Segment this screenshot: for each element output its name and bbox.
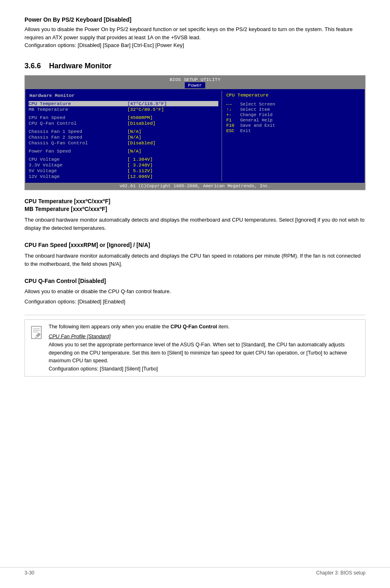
pencil-icon [30, 323, 45, 341]
top-section-title: Power On By PS/2 Keyboard [Disabled] [25, 16, 365, 23]
bios-left-panel: Hardware Monitor CPU Temperature[47°C/11… [25, 91, 222, 181]
bios-help-row: ESCExit [226, 128, 361, 133]
hw-section-title: Hardware Monitor [49, 62, 112, 70]
bios-row: CPU Fan Speed[4500RPM] [29, 115, 218, 120]
bios-screen: BIOS SETUP UTILITY Power Hardware Monito… [25, 75, 365, 190]
bios-row-label: 12V Voltage [29, 174, 127, 179]
bios-row-value: [4500RPM] [127, 115, 218, 120]
note-text-bold: CPU Q-Fan Control [170, 324, 217, 330]
bios-row-label: CPU Fan Speed [29, 115, 127, 120]
bios-help-key: ←→ [226, 102, 238, 107]
subitem-config: Configuration options: [Standard] [Silen… [49, 365, 360, 373]
section-heading: CPU Temperature [xxxºC/xxxºF]MB Temperat… [25, 197, 365, 213]
section-config: Configuration options: [Disabled] [Enabl… [25, 298, 365, 306]
bios-row-label: Chassis Fan 1 Speed [29, 129, 127, 134]
bios-section-label: Hardware Monitor [29, 92, 218, 99]
bios-row: Chassis Q-Fan Control[Disabled] [29, 140, 218, 146]
bios-help-key: ESC [226, 128, 238, 133]
bios-row: 12V Voltage[12.096V] [29, 174, 218, 179]
bios-help-row: ←→Select Screen [226, 102, 361, 107]
bios-row-value: [ 5.112V] [127, 168, 218, 173]
content-section-cpu-fan-speed: CPU Fan Speed [xxxxRPM] or [Ignored] / [… [25, 241, 365, 268]
bios-row-value: [47°C/116.5°F] [127, 101, 218, 106]
content-section-cpu-qfan: CPU Q-Fan Control [Disabled]Allows you t… [25, 277, 365, 306]
bios-row-label: Chassis Q-Fan Control [29, 140, 127, 146]
bios-help-desc: Select Item [240, 107, 270, 112]
bios-row: MB Temperature[32°C/89.5°F] [29, 107, 218, 112]
bios-body: Hardware Monitor CPU Temperature[47°C/11… [25, 89, 365, 183]
svg-marker-4 [36, 333, 40, 337]
bios-row-label: 3.3V Voltage [29, 162, 127, 168]
bios-right-panel: CPU Temperature ←→Select Screen↑↓Select … [222, 91, 365, 181]
bios-row: Chassis Fan 2 Speed[N/A] [29, 135, 218, 140]
bios-row-value: [N/A] [127, 135, 218, 140]
bios-help-desc: General Help [240, 118, 272, 123]
bios-help-desc: Save and Exit [240, 123, 275, 128]
bios-help-desc: Exit [240, 128, 251, 133]
bios-row-label: CPU Q-Fan Control [29, 121, 127, 126]
bios-row: Chassis Fan 1 Speed[N/A] [29, 129, 218, 134]
bios-row: CPU Temperature[47°C/116.5°F] [29, 101, 218, 106]
bios-row-value: [12.096V] [127, 174, 218, 179]
bios-row: 3.3V Voltage[ 3.248V] [29, 162, 218, 168]
bios-footer: v02.61 (C)Copyright 1985-2008, American … [25, 183, 365, 189]
bios-help-row: ↑↓Select Item [226, 107, 361, 112]
bios-row-value: [32°C/89.5°F] [127, 107, 218, 112]
section-body: Allows you to enable or disable the CPU … [25, 287, 365, 296]
page-footer-left: 3-30 [25, 570, 34, 576]
note-box: The following item appears only when you… [25, 319, 365, 377]
bios-help-row: +-Change Field [226, 112, 361, 117]
content-sections: CPU Temperature [xxxºC/xxxºF]MB Temperat… [25, 197, 365, 306]
hw-section-heading: 3.6.6 Hardware Monitor [25, 62, 365, 70]
bios-row: CPU Voltage[ 1.304V] [29, 157, 218, 162]
note-text-prefix: The following item appears only when you… [49, 324, 170, 330]
bios-row-value: [Disabled] [127, 121, 218, 126]
bios-header-title: BIOS SETUP UTILITY [170, 77, 220, 82]
bios-help-key: F10 [226, 123, 238, 128]
bios-help-key: ↑↓ [226, 107, 238, 112]
bios-row-value: [N/A] [127, 129, 218, 134]
section-body: The onboard hardware monitor automatical… [25, 216, 365, 232]
page-footer-right: Chapter 3: BIOS setup [316, 570, 365, 576]
section-heading: CPU Fan Speed [xxxxRPM] or [Ignored] / [… [25, 241, 365, 249]
bios-row-label: CPU Voltage [29, 157, 127, 162]
bios-help-row: F1General Help [226, 118, 361, 123]
bios-row-value: [Disabled] [127, 140, 218, 146]
top-section: Power On By PS/2 Keyboard [Disabled] All… [25, 16, 365, 49]
bios-row-label: Power Fan Speed [29, 148, 127, 154]
bios-rows: CPU Temperature[47°C/116.5°F]MB Temperat… [29, 101, 218, 179]
bios-row-label: CPU Temperature [29, 101, 127, 106]
bios-row-label: MB Temperature [29, 107, 127, 112]
top-section-body: Allows you to disable the Power On by PS… [25, 25, 365, 41]
bios-right-title: CPU Temperature [226, 92, 361, 98]
bios-row: CPU Q-Fan Control[Disabled] [29, 121, 218, 126]
bios-help-desc: Select Screen [240, 102, 275, 107]
content-section-cpu-temp: CPU Temperature [xxxºC/xxxºF]MB Temperat… [25, 197, 365, 232]
note-icon [30, 323, 45, 341]
note-text-suffix: item. [217, 324, 230, 330]
note-content: The following item appears only when you… [49, 323, 360, 373]
bios-header: BIOS SETUP UTILITY Power [25, 76, 365, 89]
bios-help-key: F1 [226, 118, 238, 123]
bios-row-label: 5V Voltage [29, 168, 127, 173]
svg-marker-0 [31, 326, 41, 339]
section-divider [25, 315, 365, 315]
note-subitem: CPU Fan Profile [Standard] Allows you to… [49, 334, 360, 373]
bios-help-row: F10Save and Exit [226, 123, 361, 128]
note-container: The following item appears only when you… [25, 315, 365, 377]
bios-row-value: [N/A] [127, 148, 218, 154]
bios-help-desc: Change Field [240, 112, 272, 117]
bios-active-tab: Power [185, 82, 206, 88]
bios-help: ←→Select Screen↑↓Select Item+-Change Fie… [226, 102, 361, 133]
subitem-title: CPU Fan Profile [Standard] [49, 334, 360, 339]
top-section-config: Configuration options: [Disabled] [Space… [25, 41, 365, 49]
bios-row: 5V Voltage[ 5.112V] [29, 168, 218, 173]
hw-section-number: 3.6.6 [25, 62, 41, 70]
bios-row-value: [ 3.248V] [127, 162, 218, 168]
subitem-body: Allows you to set the appropriate perfor… [49, 341, 360, 365]
section-heading: CPU Q-Fan Control [Disabled] [25, 277, 365, 285]
section-body: The onboard hardware monitor automatical… [25, 252, 365, 268]
note-text: The following item appears only when you… [49, 323, 360, 331]
bios-row-label: Chassis Fan 2 Speed [29, 135, 127, 140]
page-footer: 3-30 Chapter 3: BIOS setup [0, 567, 390, 576]
